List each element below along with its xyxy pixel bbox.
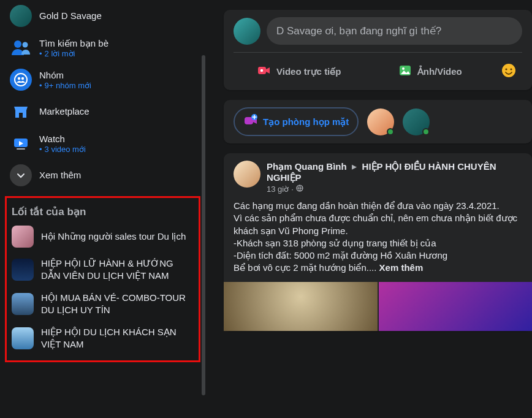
create-room-icon	[243, 113, 258, 130]
post-image[interactable]	[224, 282, 378, 331]
video-camera-icon	[257, 63, 272, 80]
sidebar-item-sub: 2 lời mời	[39, 49, 196, 58]
sidebar-item-groups[interactable]: Nhóm 9+ nhóm mới	[5, 64, 200, 96]
sidebar-item-sub: 3 video mới	[39, 145, 196, 154]
shortcut-item[interactable]: Hội Những người sales tour Du lịch	[7, 221, 199, 253]
rooms-bar: Tạo phòng họp mặt	[224, 100, 532, 143]
room-contact[interactable]	[403, 108, 430, 135]
create-room-label: Tạo phòng họp mặt	[263, 116, 349, 127]
highlight-box: Lối tắt của bạn Hội Những người sales to…	[5, 196, 200, 362]
sidebar-item-label: Watch	[39, 133, 196, 145]
shortcut-label: HIỆP HỘI LỮ HÀNH & HƯỚNG DẪN VIÊN DU LỊC…	[41, 257, 194, 282]
watch-icon	[10, 132, 32, 154]
avatar	[10, 5, 32, 27]
post-timestamp[interactable]: 13 giờ ·	[267, 184, 522, 194]
sidebar-profile[interactable]: Gold D Savage	[5, 0, 200, 32]
action-label: Ảnh/Video	[417, 66, 462, 77]
scrollbar[interactable]	[202, 55, 205, 395]
svg-point-11	[402, 67, 405, 70]
chevron-down-icon	[10, 164, 32, 186]
group-thumbnail	[12, 327, 34, 349]
sidebar-item-label: Tìm kiếm bạn bè	[39, 37, 196, 50]
sidebar-item-label: Nhóm	[39, 69, 196, 82]
svg-point-9	[260, 69, 263, 72]
photo-icon	[398, 63, 412, 80]
feed-post: Phạm Quang Bình ▸ HIỆP HỘI ĐIỀU HÀNH CHU…	[224, 153, 532, 331]
shortcuts-header: Lối tắt của bạn	[7, 198, 199, 221]
post-composer: D Savage ơi, bạn đang nghĩ gì thế? Video…	[224, 10, 532, 90]
avatar[interactable]	[234, 18, 260, 45]
svg-point-13	[505, 68, 507, 70]
post-body: Các hạng mục đang dần hoàn thiện để đưa …	[234, 200, 522, 275]
svg-rect-7	[17, 148, 25, 150]
room-contact[interactable]	[367, 108, 394, 135]
action-label: Video trực tiếp	[276, 66, 341, 77]
shortcut-item[interactable]: HIỆP HỘI DU LỊCH KHÁCH SẠN VIỆT NAM	[7, 321, 199, 355]
group-thumbnail	[12, 226, 34, 248]
composer-input[interactable]: D Savage ơi, bạn đang nghĩ gì thế?	[267, 17, 522, 45]
sidebar-item-label: Marketplace	[39, 105, 196, 118]
friends-icon	[10, 37, 32, 59]
photo-video-button[interactable]: Ảnh/Video	[365, 58, 496, 85]
main-feed: D Savage ơi, bạn đang nghĩ gì thế? Video…	[205, 0, 532, 418]
post-author-avatar[interactable]	[234, 161, 260, 188]
sidebar-see-more[interactable]: Xem thêm	[5, 159, 200, 191]
groups-icon	[10, 69, 32, 91]
caret-right-icon: ▸	[352, 161, 357, 172]
group-thumbnail	[12, 293, 34, 315]
svg-point-12	[502, 64, 515, 77]
sidebar-item-sub: 9+ nhóm mới	[39, 81, 196, 90]
group-thumbnail	[12, 259, 34, 281]
shortcut-label: HỘI MUA BÁN VÉ- COMBO-TOUR DU LỊCH UY TÍ…	[41, 292, 194, 316]
see-more-label: Xem thêm	[39, 169, 196, 181]
shortcut-item[interactable]: HỘI MUA BÁN VÉ- COMBO-TOUR DU LỊCH UY TÍ…	[7, 287, 199, 321]
sidebar-item-marketplace[interactable]: Marketplace	[5, 96, 200, 127]
shortcut-item[interactable]: HIỆP HỘI LỮ HÀNH & HƯỚNG DẪN VIÊN DU LỊC…	[7, 253, 199, 287]
post-image-grid[interactable]	[224, 282, 532, 331]
profile-name: Gold D Savage	[39, 10, 196, 22]
see-more-link[interactable]: Xem thêm	[379, 262, 424, 273]
feeling-button[interactable]	[495, 58, 522, 85]
svg-point-0	[14, 40, 21, 48]
sidebar-item-watch[interactable]: Watch 3 video mới	[5, 127, 200, 159]
globe-icon	[296, 184, 303, 194]
svg-point-3	[18, 77, 20, 80]
svg-point-2	[15, 74, 27, 86]
marketplace-icon	[10, 101, 32, 123]
post-author[interactable]: Phạm Quang Bình	[267, 161, 347, 172]
shortcut-label: HIỆP HỘI DU LỊCH KHÁCH SẠN VIỆT NAM	[41, 326, 194, 351]
svg-point-4	[21, 77, 24, 80]
left-sidebar: Gold D Savage Tìm kiếm bạn bè 2 lời mời …	[0, 0, 205, 418]
svg-rect-5	[19, 113, 23, 118]
create-room-button[interactable]: Tạo phòng họp mặt	[234, 107, 359, 136]
live-video-button[interactable]: Video trực tiếp	[234, 58, 365, 85]
post-image[interactable]	[379, 282, 533, 331]
shortcut-label: Hội Những người sales tour Du lịch	[41, 230, 186, 243]
smiley-icon	[501, 63, 517, 80]
svg-point-14	[510, 68, 512, 70]
svg-point-1	[23, 42, 28, 48]
sidebar-item-find-friends[interactable]: Tìm kiếm bạn bè 2 lời mời	[5, 32, 200, 64]
